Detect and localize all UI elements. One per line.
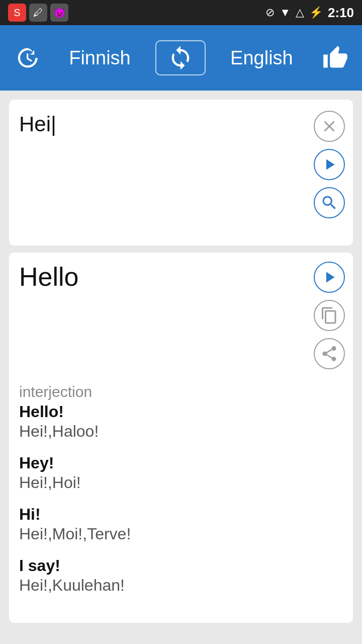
copy-icon <box>320 306 338 325</box>
play-icon <box>320 155 338 174</box>
target-language-label[interactable]: English <box>230 47 293 69</box>
thumbs-up-button[interactable] <box>318 40 353 75</box>
translation-header: Hello <box>19 262 345 369</box>
definition-english-3: I say! <box>19 556 345 575</box>
definition-item-1: Hey! Hei!,Hoi! <box>19 454 345 492</box>
input-card: Hei <box>9 100 353 246</box>
header-bar: Finnish English <box>0 25 362 91</box>
part-of-speech: interjection <box>19 383 345 400</box>
definition-english-2: Hi! <box>19 505 345 524</box>
share-button[interactable] <box>314 338 345 369</box>
history-button[interactable] <box>9 40 44 75</box>
source-language-label[interactable]: Finnish <box>69 47 131 69</box>
app-icon-s: S <box>8 4 26 22</box>
swap-icon <box>167 45 194 71</box>
translation-actions <box>314 262 345 369</box>
history-icon <box>14 45 40 71</box>
copy-button[interactable] <box>314 300 345 331</box>
definition-finnish-2: Hei!,Moi!,Terve! <box>19 525 345 543</box>
input-actions <box>314 109 345 236</box>
status-bar-right: ⊘ ▼ △ ⚡ 2:10 <box>265 5 354 21</box>
source-play-button[interactable] <box>314 149 345 180</box>
definition-finnish-0: Hei!,Haloo! <box>19 422 345 441</box>
app-icon-devil: 😈 <box>50 4 68 22</box>
definitions-list: Hello! Hei!,Haloo! Hey! Hei!,Hoi! Hi! He… <box>19 403 345 595</box>
definition-item-2: Hi! Hei!,Moi!,Terve! <box>19 505 345 543</box>
translation-card: Hello <box>9 253 353 623</box>
definition-english-1: Hey! <box>19 454 345 472</box>
search-button[interactable] <box>314 187 345 218</box>
definition-finnish-3: Hei!,Kuulehan! <box>19 576 345 595</box>
clock-display: 2:10 <box>328 5 354 21</box>
share-icon <box>320 345 338 363</box>
thumbs-up-icon <box>322 45 348 71</box>
play-translation-icon <box>320 268 338 286</box>
source-text-input[interactable]: Hei <box>19 109 314 138</box>
status-bar-left: S 🖊 😈 <box>8 4 68 22</box>
app-icon-pen: 🖊 <box>29 4 47 22</box>
translation-text: Hello <box>19 262 79 292</box>
signal-icon: △ <box>296 6 304 19</box>
swap-button[interactable] <box>155 40 206 75</box>
source-text-value: Hei <box>19 112 51 136</box>
blocked-icon: ⊘ <box>265 6 275 19</box>
search-icon <box>320 194 338 212</box>
translation-play-button[interactable] <box>314 262 345 293</box>
close-icon <box>320 117 338 135</box>
main-content: Hei Hel <box>0 91 362 623</box>
text-cursor <box>51 112 56 136</box>
clear-button[interactable] <box>314 111 345 142</box>
definition-finnish-1: Hei!,Hoi! <box>19 473 345 492</box>
wifi-icon: ▼ <box>280 6 291 19</box>
definition-english-0: Hello! <box>19 403 345 421</box>
status-bar: S 🖊 😈 ⊘ ▼ △ ⚡ 2:10 <box>0 0 362 25</box>
definition-item-3: I say! Hei!,Kuulehan! <box>19 556 345 595</box>
battery-icon: ⚡ <box>309 6 323 19</box>
definition-item-0: Hello! Hei!,Haloo! <box>19 403 345 441</box>
